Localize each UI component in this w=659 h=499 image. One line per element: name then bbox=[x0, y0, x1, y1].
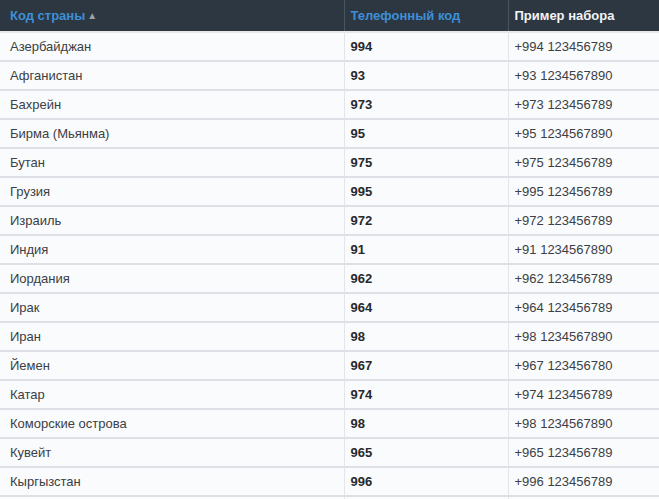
dial-example-cell: +93 1234567890 bbox=[508, 61, 659, 90]
country-codes-table: Код страны▲Телефонный кодПример набора А… bbox=[0, 0, 659, 499]
phone-code-cell: 98 bbox=[344, 409, 508, 438]
phone-code-cell: 91 bbox=[344, 235, 508, 264]
column-header-label: Код страны bbox=[10, 8, 85, 23]
column-header-dial-example: Пример набора bbox=[508, 0, 659, 32]
country-name-cell: Кувейт bbox=[0, 438, 344, 467]
table-row: Кыргызстан996+996 123456789 bbox=[0, 467, 659, 496]
table-row: Иордания962+962 123456789 bbox=[0, 264, 659, 293]
country-name-cell: Иран bbox=[0, 322, 344, 351]
table-row: Грузия995+995 123456789 bbox=[0, 177, 659, 206]
country-name-cell: Ирак bbox=[0, 293, 344, 322]
country-codes-page: Код страны▲Телефонный кодПример набора А… bbox=[0, 0, 659, 499]
country-name-cell: Коморские острова bbox=[0, 409, 344, 438]
phone-code-cell: 996 bbox=[344, 467, 508, 496]
phone-code-cell: 964 bbox=[344, 293, 508, 322]
phone-code-cell: 994 bbox=[344, 32, 508, 61]
table-row: Йемен967+967 123456780 bbox=[0, 351, 659, 380]
column-header-label: Пример набора bbox=[515, 8, 615, 23]
sort-asc-icon: ▲ bbox=[87, 10, 97, 21]
column-header-label: Телефонный код bbox=[351, 8, 461, 23]
country-name-cell: Бирма (Мьянма) bbox=[0, 119, 344, 148]
dial-example-cell: +98 1234567890 bbox=[508, 322, 659, 351]
country-name-cell: Бутан bbox=[0, 148, 344, 177]
dial-example-cell: +95 1234567890 bbox=[508, 119, 659, 148]
phone-code-cell: 974 bbox=[344, 380, 508, 409]
country-name-cell: Йемен bbox=[0, 351, 344, 380]
table-body: Азербайджан994+994 123456789Афганистан93… bbox=[0, 32, 659, 499]
dial-example-cell: +974 123456789 bbox=[508, 380, 659, 409]
phone-code-cell: 973 bbox=[344, 90, 508, 119]
country-name-cell: Иордания bbox=[0, 264, 344, 293]
table-header: Код страны▲Телефонный кодПример набора bbox=[0, 0, 659, 32]
table-row: Индия91+91 1234567890 bbox=[0, 235, 659, 264]
dial-example-cell: +962 123456789 bbox=[508, 264, 659, 293]
phone-code-cell: 95 bbox=[344, 119, 508, 148]
phone-code-cell: 965 bbox=[344, 438, 508, 467]
dial-example-cell: +98 1234567890 bbox=[508, 409, 659, 438]
phone-code-cell: 962 bbox=[344, 264, 508, 293]
dial-example-cell: +967 123456780 bbox=[508, 351, 659, 380]
table-row: Коморские острова98+98 1234567890 bbox=[0, 409, 659, 438]
table-row: Катар974+974 123456789 bbox=[0, 380, 659, 409]
country-name-cell: Азербайджан bbox=[0, 32, 344, 61]
phone-code-cell: 93 bbox=[344, 61, 508, 90]
dial-example-cell: +994 123456789 bbox=[508, 32, 659, 61]
table-row: Иран98+98 1234567890 bbox=[0, 322, 659, 351]
table-row: Бутан975+975 123456789 bbox=[0, 148, 659, 177]
table-row: Бахрейн973+973 123456789 bbox=[0, 90, 659, 119]
dial-example-cell: +973 123456789 bbox=[508, 90, 659, 119]
country-name-cell: Афганистан bbox=[0, 61, 344, 90]
table-header-row: Код страны▲Телефонный кодПример набора bbox=[0, 0, 659, 32]
table-row: Азербайджан994+994 123456789 bbox=[0, 32, 659, 61]
phone-code-cell: 975 bbox=[344, 148, 508, 177]
dial-example-cell: +995 123456789 bbox=[508, 177, 659, 206]
table-row: Израиль972+972 123456789 bbox=[0, 206, 659, 235]
dial-example-cell: +996 123456789 bbox=[508, 467, 659, 496]
table-row: Ирак964+964 123456789 bbox=[0, 293, 659, 322]
table-row: Афганистан93+93 1234567890 bbox=[0, 61, 659, 90]
country-name-cell: Израиль bbox=[0, 206, 344, 235]
dial-example-cell: +972 123456789 bbox=[508, 206, 659, 235]
phone-code-cell: 967 bbox=[344, 351, 508, 380]
column-header-country-code[interactable]: Код страны▲ bbox=[0, 0, 344, 32]
dial-example-cell: +975 123456789 bbox=[508, 148, 659, 177]
dial-example-cell: +964 123456789 bbox=[508, 293, 659, 322]
phone-code-cell: 995 bbox=[344, 177, 508, 206]
country-name-cell: Кыргызстан bbox=[0, 467, 344, 496]
phone-code-cell: 98 bbox=[344, 322, 508, 351]
country-name-cell: Индия bbox=[0, 235, 344, 264]
country-name-cell: Катар bbox=[0, 380, 344, 409]
dial-example-cell: +91 1234567890 bbox=[508, 235, 659, 264]
table-row: Кувейт965+965 123456789 bbox=[0, 438, 659, 467]
column-header-phone-code[interactable]: Телефонный код bbox=[344, 0, 508, 32]
dial-example-cell: +965 123456789 bbox=[508, 438, 659, 467]
phone-code-cell: 972 bbox=[344, 206, 508, 235]
table-row: Бирма (Мьянма)95+95 1234567890 bbox=[0, 119, 659, 148]
country-name-cell: Грузия bbox=[0, 177, 344, 206]
country-name-cell: Бахрейн bbox=[0, 90, 344, 119]
